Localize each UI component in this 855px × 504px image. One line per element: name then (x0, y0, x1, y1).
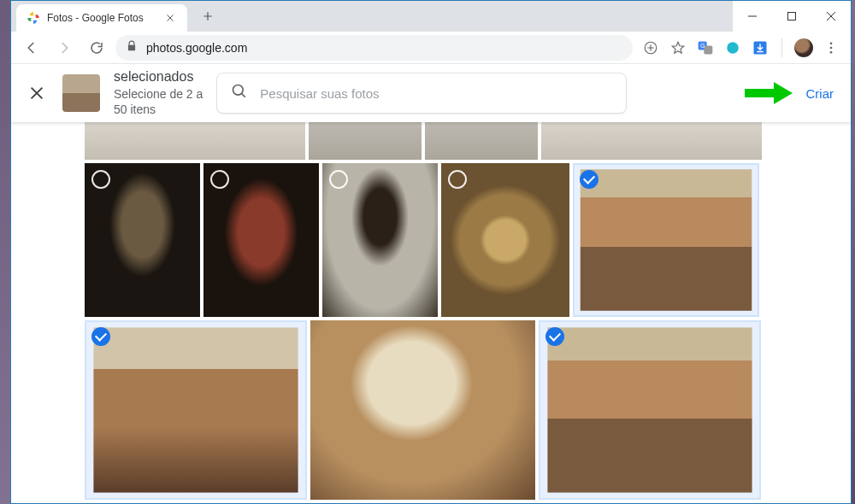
close-selection-button[interactable] (25, 81, 49, 105)
search-input[interactable] (260, 86, 612, 101)
translate-extension-icon[interactable]: G (696, 38, 715, 57)
photo-thumbnail[interactable] (309, 122, 422, 160)
profile-avatar[interactable] (794, 38, 813, 57)
google-photos-favicon-icon (27, 11, 40, 25)
photo-thumbnail[interactable] (85, 320, 307, 500)
photo-thumbnail[interactable] (85, 163, 200, 317)
selection-checkbox[interactable] (210, 170, 229, 189)
photo-thumbnail[interactable] (539, 320, 761, 500)
selection-checkbox[interactable] (545, 327, 564, 346)
selection-checkbox[interactable] (91, 170, 110, 189)
svg-point-9 (830, 50, 833, 53)
window-controls (733, 1, 851, 32)
maximize-button[interactable] (772, 1, 811, 32)
create-button[interactable]: Criar (799, 83, 841, 104)
svg-point-5 (727, 42, 739, 54)
extension-icons: G (638, 38, 844, 57)
search-icon (231, 83, 248, 103)
selection-checkbox[interactable] (580, 170, 598, 189)
url-text: photos.google.com (146, 41, 247, 55)
selection-checkbox[interactable] (91, 327, 110, 346)
photo-thumbnail[interactable] (310, 320, 535, 500)
photo-row (85, 122, 851, 160)
photo-thumbnail[interactable] (541, 122, 762, 160)
photo-row (85, 163, 851, 317)
photo-thumbnail[interactable] (425, 122, 538, 160)
browser-tab[interactable]: Fotos - Google Fotos (16, 4, 187, 32)
back-button[interactable] (18, 34, 45, 62)
chrome-menu-icon[interactable] (822, 38, 840, 57)
url-field[interactable]: photos.google.com (115, 35, 633, 61)
photo-thumbnail[interactable] (85, 122, 305, 160)
browser-window: Fotos - Google Fotos (10, 0, 852, 504)
selection-count-label: selecionados (114, 68, 203, 86)
extension-circle-icon[interactable] (723, 38, 742, 57)
selection-preview-thumbnail (62, 74, 100, 112)
tab-title: Fotos - Google Fotos (47, 12, 156, 24)
close-tab-icon[interactable] (163, 11, 177, 25)
svg-rect-3 (704, 45, 712, 54)
selection-max-label: 50 itens (114, 102, 203, 117)
new-tab-button[interactable] (196, 4, 220, 28)
selection-checkbox[interactable] (317, 327, 336, 346)
photo-thumbnail[interactable] (573, 163, 759, 317)
titlebar: Fotos - Google Fotos (11, 1, 851, 32)
tabstrip: Fotos - Google Fotos (11, 1, 733, 31)
minimize-button[interactable] (733, 1, 772, 32)
svg-text:G: G (700, 43, 705, 49)
svg-rect-0 (788, 12, 796, 20)
search-box[interactable] (216, 73, 627, 114)
divider (781, 38, 782, 57)
photo-row (85, 320, 851, 500)
forward-button[interactable] (50, 34, 78, 62)
download-extension-icon[interactable] (751, 38, 770, 57)
photo-thumbnail[interactable] (203, 163, 319, 317)
photo-thumbnail[interactable] (441, 163, 569, 317)
photo-grid (11, 122, 851, 503)
selection-text: selecionados Selecione de 2 a 50 itens (114, 68, 203, 117)
selection-range-label: Selecione de 2 a (114, 86, 203, 102)
selection-checkbox[interactable] (329, 170, 348, 189)
bookmark-star-icon[interactable] (669, 38, 687, 57)
lock-icon (126, 40, 138, 55)
photos-app-header: selecionados Selecione de 2 a 50 itens C… (11, 64, 851, 122)
annotation-arrow-icon (743, 80, 794, 106)
svg-point-10 (233, 85, 244, 96)
reload-button[interactable] (83, 34, 110, 62)
address-bar: photos.google.com G (11, 32, 851, 64)
svg-point-8 (830, 46, 833, 49)
zoom-indicator-icon[interactable] (641, 38, 660, 57)
svg-point-7 (830, 42, 833, 44)
header-actions: Criar (743, 80, 841, 106)
selection-checkbox[interactable] (448, 170, 467, 189)
close-window-button[interactable] (811, 1, 851, 32)
photo-thumbnail[interactable] (322, 163, 438, 317)
